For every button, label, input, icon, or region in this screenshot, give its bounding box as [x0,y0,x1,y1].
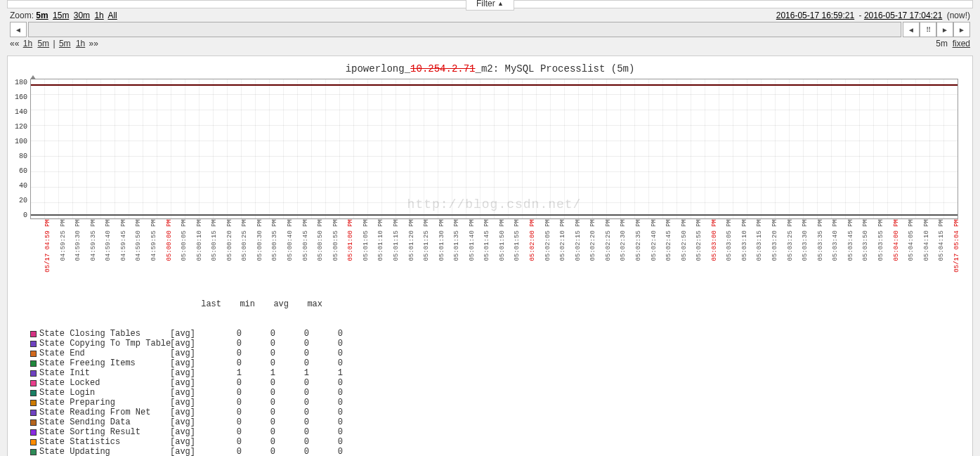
legend-swatch [30,400,37,406]
zoom-option-All[interactable]: All [107,11,117,20]
legend-val-last: 0 [211,398,242,408]
legend-row[interactable]: State Locked[avg]0000 [30,378,972,388]
fixed-link[interactable]: fixed [953,39,970,48]
x-tick: 05:02:20 PM [589,219,605,263]
legend-label: State Statistics [39,437,170,447]
scrub-next-button[interactable]: ► [953,22,970,37]
x-tick: 05:01:05 PM [362,219,378,263]
legend-label: State Init [39,368,170,378]
x-tick: 05:03:20 PM [771,219,787,263]
legend-row[interactable]: State Updating[avg]0000 [30,447,972,456]
legend-val-max: 0 [309,437,343,447]
legend-label: State Preparing [39,398,170,408]
range-link-5m[interactable]: 5m [59,39,71,48]
x-tick: 05:01:20 PM [408,219,424,263]
x-tick: 04:59:50 PM [135,219,150,263]
legend-agg: [avg] [170,427,211,437]
time-sep: - [859,11,864,20]
scrub-handle[interactable]: ⠿ [920,22,936,37]
legend-row[interactable]: State Copying To Tmp Table[avg]0000 [30,339,972,348]
x-tick: 05:01:35 PM [453,219,469,263]
legend-swatch [30,351,37,357]
rewind-icon: «« [10,39,19,48]
legend-swatch [30,370,37,377]
legend-label: State End [39,348,170,358]
time-from[interactable]: 2016-05-17 16:59:21 [776,11,854,20]
zoom-option-5m[interactable]: 5m [36,11,48,20]
x-tick: 05:03:10 PM [741,219,757,263]
x-tick: 05/17 04:59 PM [44,219,60,275]
legend-val-last: 0 [211,408,242,417]
window-size: 5m [936,39,948,48]
under-left-links: «« 1h 5m | 5m 1h »» [10,39,98,48]
scrub-left-button[interactable]: ◄ [903,22,920,37]
range-link-1h[interactable]: 1h [23,39,32,48]
legend-agg: [avg] [170,398,211,408]
legend-val-max: 0 [309,417,343,427]
forward-icon: »» [89,39,98,48]
legend-label: State Copying To Tmp Table [39,339,170,348]
legend-row[interactable]: State Init[avg]1111 [30,368,972,378]
x-tick: 05:03:55 PM [877,219,893,263]
zoom-option-1h[interactable]: 1h [94,11,103,20]
legend-val-last: 0 [211,329,242,339]
legend-agg: [avg] [170,408,211,417]
x-tick: 05:00:50 PM [317,219,332,263]
scrub-row: ◄ ◄ ⠿ ► ► [0,22,980,37]
legend-row[interactable]: State Sorting Result[avg]0000 [30,427,972,437]
legend-agg: [avg] [170,329,211,339]
legend-label: State Freeing Items [39,358,170,368]
legend-row[interactable]: State Reading From Net[avg]0000 [30,408,972,417]
legend-agg: [avg] [170,417,211,427]
scrub-right-button[interactable]: ► [936,22,953,37]
time-to[interactable]: 2016-05-17 17:04:21 [864,11,942,20]
x-tick: 05:00:25 PM [241,219,256,263]
x-tick: 05:04:10 PM [923,219,939,263]
legend-val-max: 0 [309,329,343,339]
scrub-track[interactable] [28,22,901,37]
x-tick: 05:03:05 PM [726,219,741,263]
zoom-option-30m[interactable]: 30m [74,11,90,20]
legend-row[interactable]: State Preparing[avg]0000 [30,398,972,408]
legend-row[interactable]: State Sending Data[avg]0000 [30,417,972,427]
plot-area[interactable]: http://blog.csdn.net/ [30,79,958,219]
legend-row[interactable]: State Statistics[avg]0000 [30,437,972,447]
range-link-5m[interactable]: 5m [37,39,49,48]
legend-swatch [30,331,37,337]
legend-swatch [30,341,37,347]
range-link-1h[interactable]: 1h [76,39,85,48]
triangle-up-icon: ▲ [497,0,504,7]
x-tick: 05:03:35 PM [817,219,832,263]
legend-val-max: 0 [309,358,343,368]
legend-val-avg: 0 [275,427,309,437]
legend-label: State Updating [39,447,170,456]
legend-row[interactable]: State Login[avg]0000 [30,388,972,398]
x-tick: 05:00:00 PM [166,219,181,263]
x-tick: 05:02:05 PM [544,219,560,263]
x-tick: 05:00:35 PM [271,219,287,263]
legend-agg: [avg] [170,339,211,348]
legend-val-min: 0 [242,447,275,456]
zoom-option-15m[interactable]: 15m [53,11,69,20]
legend-swatch [30,380,37,386]
legend-val-min: 1 [242,368,275,378]
x-tick: 04:59:40 PM [105,219,120,263]
x-tick: 05:04:00 PM [893,219,908,263]
legend-row[interactable]: State Closing Tables[avg]0000 [30,329,972,339]
x-tick: 05:02:55 PM [695,219,711,263]
legend-agg: [avg] [170,447,211,456]
legend-label: State Login [39,388,170,398]
drag-dots-icon: ⠿ [926,26,931,34]
filter-toggle[interactable]: Filter ▲ [466,0,514,11]
legend-val-max: 1 [309,368,343,378]
y-tick: 20 [15,197,27,204]
x-tick: 05:02:15 PM [575,219,590,263]
series-line-none [31,84,958,86]
zoom-controls: Zoom: 5m 15m 30m 1h All [10,11,119,20]
legend-row[interactable]: State Freeing Items[avg]0000 [30,358,972,368]
legend-row[interactable]: State End[avg]0000 [30,348,972,358]
x-tick: 05:00:15 PM [211,219,226,263]
scrub-prev-button[interactable]: ◄ [10,22,27,37]
x-tick: 05:01:50 PM [499,219,514,263]
legend-swatch [30,390,37,396]
